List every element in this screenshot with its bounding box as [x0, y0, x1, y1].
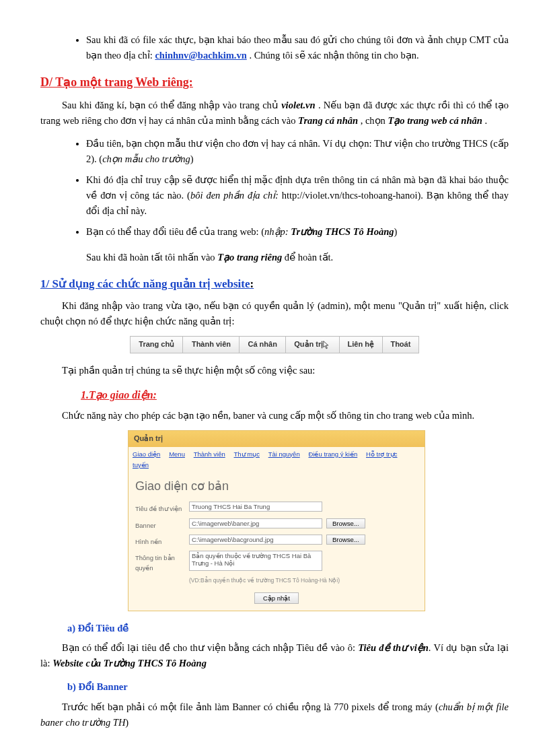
heading-a: a) Đổi Tiêu đề [67, 621, 509, 636]
heading-d: D/ Tạo một trang Web riêng: [40, 73, 509, 92]
paragraph-3: Chức năng này cho phép các bạn tạo nền, … [40, 408, 509, 423]
list-item: Khi đó địa chỉ truy cập sẽ được hiển thị… [86, 172, 509, 219]
colon: : [250, 277, 254, 290]
list-item: Bạn có thể thay đổi tiêu đề của trang we… [86, 224, 509, 240]
email-link[interactable]: chinhnv@bachkim.vn [155, 50, 246, 61]
tab-dieu-tra[interactable]: Điều trang ý kiến [308, 450, 357, 458]
label-copyright: Thông tin bản quyền [135, 551, 189, 573]
textarea-copyright[interactable]: Bản quyền thuộc về trường THCS Hai Bà Tr… [189, 551, 322, 571]
text: . [484, 115, 487, 126]
menu-item-personal[interactable]: Cá nhân [240, 337, 285, 353]
tab-menu[interactable]: Menu [169, 450, 185, 458]
heading-1: 1/ Sử dụng các chức năng quản trị websit… [40, 275, 509, 293]
input-title[interactable] [189, 502, 322, 512]
text: . Chúng tôi sẽ xác nhận thông tin cho bạ… [249, 50, 418, 61]
input-banner[interactable] [189, 518, 322, 528]
text: Bạn có thể đổi lại tiêu đề cho thư viện … [62, 642, 358, 653]
heading-1-1: 1.Tạo giao diện: [81, 386, 509, 404]
top-bullet: Sau khi đã có file xác thực, bạn khai bá… [86, 32, 509, 63]
menu-item-home[interactable]: Trang chủ [131, 337, 183, 353]
panel-titlebar: Quản trị [129, 431, 425, 447]
cursor-icon [322, 341, 330, 350]
text: ) [125, 717, 129, 728]
input-background[interactable] [189, 535, 322, 545]
italic-text: nhập: [264, 226, 289, 237]
text: ) [394, 226, 398, 237]
paragraph-1: Khi đăng nhập vào trang vừa tạo, nếu bạn… [40, 298, 509, 329]
field-name: Tiêu đề thư viện [358, 642, 429, 653]
text: Sau khi đăng kí, bạn có thể đăng nhập và… [62, 100, 281, 110]
text: Quản trị [294, 340, 323, 348]
paragraph-d-intro: Sau khi đăng kí, bạn có thể đăng nhập và… [40, 98, 509, 129]
tao-trang-rieng: Tạo trang riêng [217, 252, 282, 263]
paragraph-a: Bạn có thể đổi lại tiêu đề cho thư viện … [40, 640, 509, 671]
tao-trang-web: Tạo trang web cá nhân [388, 115, 482, 126]
label-title: Tiêu đề thư viện [135, 502, 189, 514]
text: Sau khi đã hoàn tất tôi nhấn vào [86, 252, 217, 263]
text: để hoàn tất. [282, 252, 333, 263]
school-name: Trường THCS Tô Hoàng [291, 226, 394, 237]
browse-banner-button[interactable]: Browse... [326, 518, 365, 528]
text: ) [190, 153, 194, 164]
text: Bạn có thể thay đổi tiêu đề của trang we… [86, 226, 264, 237]
italic-text: chọn mẫu cho trường [102, 153, 190, 164]
text: 1/ Sử dụng các chức năng quản trị websit… [40, 277, 250, 290]
paragraph-b: Trước hết bạn phải có một file ảnh làm B… [40, 699, 509, 730]
sub-paragraph: Sau khi đã hoàn tất tôi nhấn vào Tạo tra… [40, 250, 509, 265]
browse-background-button[interactable]: Browse... [326, 535, 365, 545]
italic-text: bôi đen phần địa chỉ: [190, 190, 279, 201]
text: Trước hết bạn phải có một file ảnh làm B… [62, 701, 439, 712]
tab-thanh-vien[interactable]: Thành viên [194, 450, 225, 458]
text: , chọn [361, 115, 388, 126]
panel-section-title: Giao diện cơ bản [129, 473, 425, 500]
panel-tabs: Giao diện Menu Thành viên Thư mục Tài ng… [129, 447, 425, 473]
menu-item-logout[interactable]: Thoát [382, 337, 418, 353]
update-button[interactable]: Cập nhật [254, 592, 299, 604]
label-background: Hình nền [135, 535, 189, 547]
violet-vn: violet.vn [281, 100, 315, 110]
list-item: Đầu tiên, bạn chọn mẫu thư viện cho đơn … [86, 136, 509, 167]
tab-thu-muc[interactable]: Thư mục [234, 450, 260, 458]
admin-panel: Quản trị Giao diện Menu Thành viên Thư m… [128, 430, 425, 611]
admin-menu-strip: Trang chủ Thành viên Cá nhân Quản trị Li… [130, 336, 419, 353]
tab-tai-nguyen[interactable]: Tài nguyên [268, 450, 300, 458]
trang-ca-nhan: Trang cá nhân [298, 115, 358, 126]
tab-giao-dien[interactable]: Giao diện [133, 450, 160, 458]
example-title: Website của Trường THCS Tô Hoàng [52, 658, 207, 668]
menu-item-members[interactable]: Thành viên [183, 337, 240, 353]
menu-item-admin[interactable]: Quản trị [285, 337, 339, 353]
copyright-hint: (VD:Bản quyền thuộc về trường THCS Tô Ho… [129, 575, 425, 588]
menu-item-contact[interactable]: Liên hệ [339, 337, 382, 353]
label-banner: Banner [135, 518, 189, 530]
heading-b: b) Đổi Banner [67, 679, 509, 695]
paragraph-2: Tại phần quản trị chúng ta sẽ thực hiện … [40, 363, 509, 378]
